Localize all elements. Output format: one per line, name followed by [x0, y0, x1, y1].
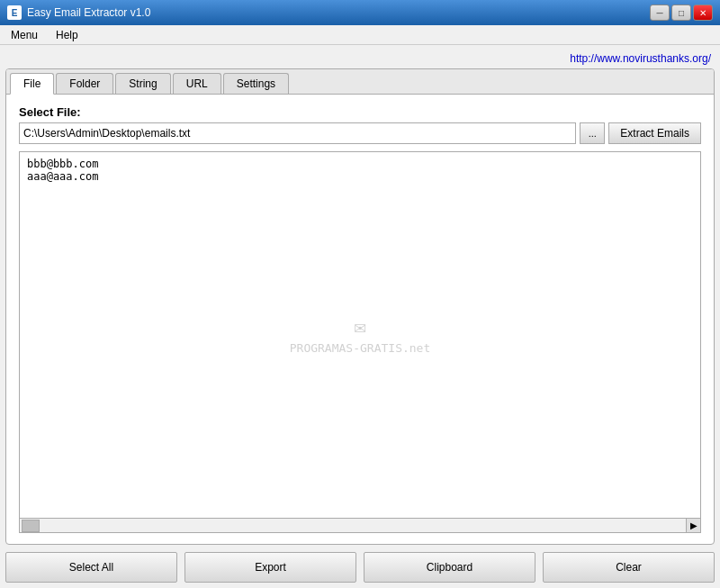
- tab-string[interactable]: String: [115, 73, 170, 94]
- file-path-input[interactable]: [19, 122, 576, 144]
- menu-bar: Menu Help: [0, 25, 720, 45]
- clipboard-button[interactable]: Clipboard: [364, 552, 536, 583]
- menu-help-item[interactable]: Help: [49, 27, 86, 43]
- title-bar-controls: ─ □ ✕: [650, 5, 713, 21]
- tab-folder[interactable]: Folder: [56, 73, 113, 94]
- results-area[interactable]: bbb@bbb.comaaa@aaa.com ✉ PROGRAMAS-GRATI…: [20, 152, 700, 518]
- scrollbar-right-arrow[interactable]: ▶: [686, 519, 700, 533]
- select-file-label: Select File:: [19, 105, 701, 119]
- clear-button[interactable]: Clear: [543, 552, 715, 583]
- export-button[interactable]: Export: [184, 552, 356, 583]
- extract-emails-button[interactable]: Extract Emails: [608, 122, 701, 144]
- main-window: http://www.novirusthanks.org/ File Folde…: [0, 45, 720, 588]
- select-file-section: Select File: ... Extract Emails: [19, 105, 701, 144]
- tab-content-file: Select File: ... Extract Emails bbb@bbb.…: [6, 95, 714, 544]
- tab-file[interactable]: File: [10, 73, 54, 95]
- window-title: Easy Email Extractor v1.0: [27, 6, 150, 19]
- select-all-button[interactable]: Select All: [5, 552, 177, 583]
- email-result: aaa@aaa.com: [27, 170, 693, 183]
- menu-menu-item[interactable]: Menu: [4, 27, 45, 43]
- title-bar-left: E Easy Email Extractor v1.0: [7, 5, 150, 20]
- file-row: ... Extract Emails: [19, 122, 701, 144]
- browse-button[interactable]: ...: [580, 122, 605, 144]
- minimize-button[interactable]: ─: [650, 5, 670, 21]
- tabs-bar: File Folder String URL Settings: [6, 69, 714, 95]
- title-bar: E Easy Email Extractor v1.0 ─ □ ✕: [0, 0, 720, 25]
- email-result: bbb@bbb.com: [27, 158, 693, 170]
- maximize-button[interactable]: □: [671, 5, 691, 21]
- watermark: ✉ PROGRAMAS-GRATIS.net: [290, 315, 431, 355]
- app-icon: E: [7, 5, 22, 20]
- tab-settings[interactable]: Settings: [223, 73, 289, 94]
- tab-url[interactable]: URL: [173, 73, 221, 94]
- watermark-icon: ✉: [354, 315, 365, 338]
- horizontal-scrollbar[interactable]: ▶: [20, 518, 700, 532]
- close-button[interactable]: ✕: [693, 5, 713, 21]
- scrollbar-thumb[interactable]: [22, 520, 40, 532]
- bottom-buttons: Select All Export Clipboard Clear: [5, 552, 715, 583]
- tab-container: File Folder String URL Settings Select F…: [5, 68, 715, 545]
- website-link[interactable]: http://www.novirusthanks.org/: [570, 52, 711, 65]
- results-wrapper: bbb@bbb.comaaa@aaa.com ✉ PROGRAMAS-GRATI…: [19, 151, 701, 533]
- link-area: http://www.novirusthanks.org/: [5, 50, 715, 68]
- watermark-text: PROGRAMAS-GRATIS.net: [290, 341, 431, 355]
